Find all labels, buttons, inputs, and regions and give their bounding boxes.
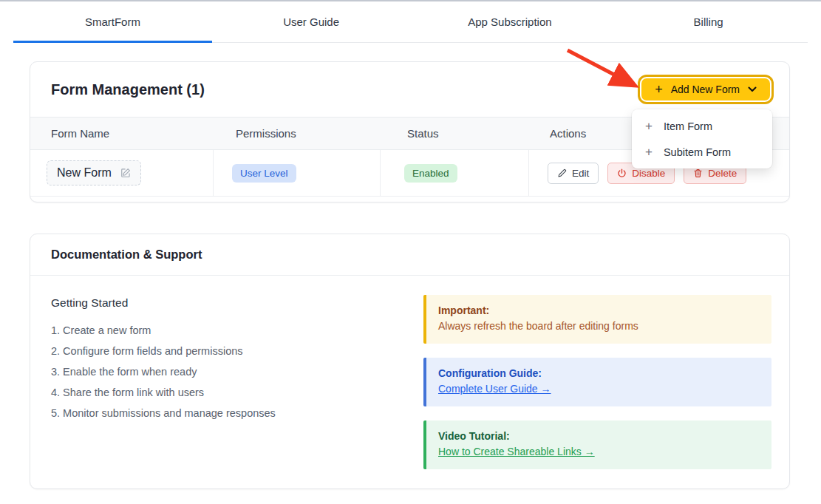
power-icon [617,168,627,178]
tab-bar: SmartForm User Guide App Subscription Bi… [13,1,808,43]
important-callout: Important: Always refresh the board afte… [423,295,771,344]
column-header-permissions: Permissions [217,118,384,149]
menu-item-item-form[interactable]: + Item Form [632,113,772,139]
tab-billing[interactable]: Billing [609,1,808,42]
getting-started-step: 2. Configure form fields and permissions [51,345,394,357]
getting-started-step: 1. Create a new form [51,324,394,336]
getting-started-step: 4. Share the form link with users [51,386,394,398]
configuration-guide-title: Configuration Guide: [438,366,760,381]
video-tutorial-title: Video Tutorial: [438,429,760,444]
form-name-cell: New Form [30,150,214,196]
plus-icon: + [645,146,653,158]
edit-button[interactable]: Edit [548,163,599,184]
permission-badge: User Level [232,164,296,183]
documentation-card: Documentation & Support Getting Started … [30,234,790,489]
important-callout-text: Always refresh the board after editing f… [438,319,760,334]
getting-started-title: Getting Started [51,296,394,310]
permissions-cell: User Level [214,150,381,196]
edit-pencil-square-icon [120,168,131,178]
column-header-status: Status [384,118,531,149]
edit-button-label: Edit [572,168,589,179]
delete-button-label: Delete [708,168,737,179]
getting-started-section: Getting Started 1. Create a new form 2. … [51,295,394,469]
documentation-body: Getting Started 1. Create a new form 2. … [30,276,789,488]
important-callout-title: Important: [438,303,760,319]
pencil-icon [557,168,567,178]
documentation-header: Documentation & Support [30,234,789,276]
form-name-text: New Form [57,166,112,180]
add-new-form-label: Add New Form [671,84,740,95]
tab-user-guide[interactable]: User Guide [212,1,411,42]
form-management-title: Form Management (1) [51,81,205,98]
add-new-form-button[interactable]: + Add New Form [640,77,771,102]
shareable-links-tutorial-link[interactable]: How to Create Shareable Links → [438,446,595,457]
plus-icon: + [645,120,653,132]
plus-icon: + [655,83,663,96]
video-tutorial-callout: Video Tutorial: How to Create Shareable … [423,420,771,469]
complete-user-guide-link[interactable]: Complete User Guide → [438,383,551,395]
configuration-guide-callout: Configuration Guide: Complete User Guide… [423,358,771,406]
tab-smartform[interactable]: SmartForm [13,1,212,42]
add-form-dropdown-menu: + Item Form + Subitem Form [632,109,772,168]
disable-button-label: Disable [632,168,665,179]
card-footer-spacer [30,197,789,202]
menu-item-label: Subitem Form [664,146,731,158]
tab-app-subscription[interactable]: App Subscription [411,1,610,42]
column-header-form-name: Form Name [30,118,217,149]
getting-started-step: 3. Enable the form when ready [51,366,394,378]
callouts-section: Important: Always refresh the board afte… [423,295,771,469]
chevron-down-icon [748,86,757,92]
status-badge: Enabled [404,164,457,183]
status-cell: Enabled [381,150,529,196]
menu-item-label: Item Form [664,120,712,132]
menu-item-subitem-form[interactable]: + Subitem Form [632,139,772,165]
getting-started-step: 5. Monitor submissions and manage respon… [51,407,394,419]
trash-icon [693,168,703,178]
documentation-title: Documentation & Support [51,248,202,262]
form-name-editable[interactable]: New Form [47,160,141,185]
